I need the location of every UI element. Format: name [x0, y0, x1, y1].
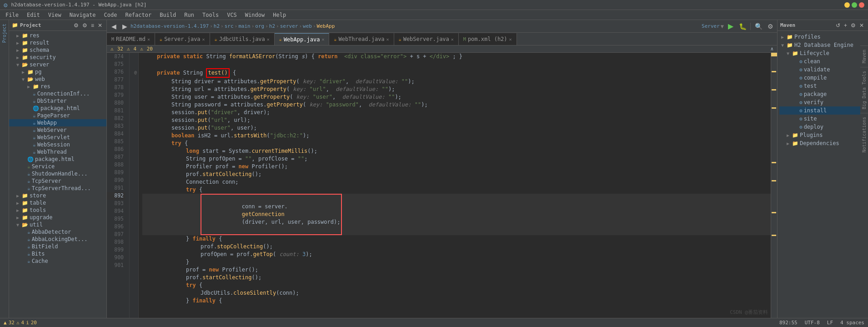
- tab-close[interactable]: ✕: [321, 37, 324, 42]
- tree-item-bits[interactable]: ☕ Bits: [9, 250, 106, 257]
- breadcrumb-src[interactable]: src: [225, 23, 234, 29]
- menu-run[interactable]: Run: [181, 11, 198, 19]
- menu-view[interactable]: View: [45, 11, 65, 19]
- tree-item-package-html[interactable]: 🌐 package.html: [9, 105, 106, 112]
- maven-compile[interactable]: ⚙ compile: [779, 74, 866, 82]
- menu-code[interactable]: Code: [100, 11, 121, 19]
- maven-lifecycle-item[interactable]: ▼ 📁 Lifecycle: [779, 49, 866, 57]
- forward-button[interactable]: ▶: [120, 21, 130, 31]
- tree-item-webservlet[interactable]: ☕ WebServlet: [9, 134, 106, 141]
- menu-navigate[interactable]: Navigate: [66, 11, 100, 19]
- debug-button[interactable]: 🐛: [738, 21, 748, 31]
- tree-item-dbstarter[interactable]: ☕ DbStarter: [9, 97, 106, 105]
- vtab-notifications[interactable]: Notifications: [860, 113, 868, 156]
- maven-install[interactable]: ⚙ install: [779, 106, 866, 115]
- tree-item-schema[interactable]: ▶ 📁 schema: [9, 46, 106, 54]
- maven-test[interactable]: ⚙ test: [779, 82, 866, 90]
- tree-item-tcpserver[interactable]: ☕ TcpServer: [9, 177, 106, 185]
- panel-sync-btn[interactable]: ⚙: [72, 22, 80, 29]
- tree-item-webserver[interactable]: ☕ WebServer: [9, 126, 106, 134]
- maven-dependencies-item[interactable]: ▶ 📁 Dependencies: [779, 139, 866, 147]
- menu-help[interactable]: Help: [269, 11, 290, 19]
- tree-item-abbalockingdet[interactable]: ☕ AbbaLockingDet...: [9, 236, 106, 243]
- tab-close[interactable]: ✕: [267, 37, 270, 42]
- breadcrumb-webapp[interactable]: WebApp: [317, 23, 335, 29]
- title-bar-controls[interactable]: [844, 2, 864, 8]
- close-button[interactable]: [859, 2, 864, 8]
- project-strip-label[interactable]: Project: [2, 22, 7, 45]
- back-button[interactable]: ◀: [109, 21, 119, 31]
- tab-close[interactable]: ✕: [386, 37, 389, 42]
- tree-item-server[interactable]: ▼ 📂 server: [9, 61, 106, 68]
- maven-h2db-item[interactable]: ▼ 📁 H2 Database Engine: [779, 41, 866, 49]
- menu-build[interactable]: Build: [156, 11, 180, 19]
- run-config[interactable]: Server ▼: [702, 23, 724, 30]
- tree-item-tools[interactable]: ▶ 📁 tools: [9, 206, 106, 214]
- run-button[interactable]: ▶: [726, 21, 736, 31]
- panel-settings-btn[interactable]: ⚙: [81, 22, 89, 29]
- maven-validate[interactable]: ⚙ validate: [779, 65, 866, 74]
- maven-profiles-item[interactable]: ▶ 📁 Profiles: [779, 33, 866, 41]
- maven-reload-btn[interactable]: ↺: [834, 22, 842, 29]
- menu-vcs[interactable]: VCS: [223, 11, 241, 19]
- tree-item-connectioninf[interactable]: ☕ ConnectionInf...: [9, 90, 106, 97]
- tree-item-pageparser[interactable]: ☕ PageParser: [9, 112, 106, 119]
- tab-pom-xml[interactable]: M pom.xml (h2) ✕: [459, 33, 517, 45]
- menu-refactor[interactable]: Refactor: [121, 11, 155, 19]
- maven-deploy[interactable]: ⚙ deploy: [779, 123, 866, 131]
- menu-window[interactable]: Window: [241, 11, 268, 19]
- expand-icon[interactable]: ∧: [770, 46, 773, 52]
- tree-item-abbadetector[interactable]: ☕ AbbaDetector: [9, 228, 106, 236]
- vtab-bigdata[interactable]: Big Data Tools: [860, 67, 868, 113]
- maven-add-btn[interactable]: +: [843, 22, 848, 29]
- tree-item-websession[interactable]: ☕ WebSession: [9, 141, 106, 148]
- breadcrumb-org[interactable]: org: [255, 23, 264, 29]
- maven-package[interactable]: ⚙ package: [779, 90, 866, 98]
- tree-item-webapp[interactable]: ☕ WebApp: [9, 119, 106, 126]
- breadcrumb-main[interactable]: main: [238, 23, 251, 29]
- breadcrumb-h2[interactable]: h2: [214, 23, 220, 29]
- tab-webapp[interactable]: ☕ WebApp.java ✕: [275, 33, 330, 45]
- maximize-button[interactable]: [852, 2, 857, 8]
- tree-item-web[interactable]: ▼ 📂 web: [9, 75, 106, 83]
- maven-close-btn[interactable]: ✕: [858, 22, 865, 29]
- tree-item-result[interactable]: ▶ 📁 result: [9, 39, 106, 46]
- search-button[interactable]: 🔍: [753, 21, 763, 31]
- maven-clean[interactable]: ⚙ clean: [779, 57, 866, 65]
- tree-item-tcpserverthread[interactable]: ☕ TcpServerThread...: [9, 185, 106, 192]
- maven-verify[interactable]: ⚙ verify: [779, 98, 866, 106]
- tab-close[interactable]: ✕: [451, 37, 454, 42]
- tree-item-webthread[interactable]: ☕ WebThread: [9, 148, 106, 156]
- menu-edit[interactable]: Edit: [23, 11, 44, 19]
- menu-tools[interactable]: Tools: [199, 11, 222, 19]
- tree-item-pg[interactable]: ▶ 📁 pg: [9, 68, 106, 75]
- menu-file[interactable]: File: [2, 11, 22, 19]
- tree-item-res3[interactable]: ▶ 📁 res: [9, 83, 106, 90]
- code-body[interactable]: private static String formatLASError( St…: [139, 53, 771, 318]
- tree-item-upgrade[interactable]: ▶ 📁 upgrade: [9, 214, 106, 221]
- tree-item-store[interactable]: ▶ 📁 store: [9, 192, 106, 199]
- tab-close[interactable]: ✕: [202, 37, 205, 42]
- tree-item-shutdownhandle[interactable]: ☕ ShutdownHandle...: [9, 170, 106, 177]
- tab-close[interactable]: ✕: [509, 37, 512, 42]
- breadcrumb-h2[interactable]: h2: [269, 23, 275, 29]
- maven-plugins-item[interactable]: ▶ 📁 Plugins: [779, 131, 866, 139]
- minimize-button[interactable]: [844, 2, 850, 8]
- tab-webthread[interactable]: ☕ WebThread.java ✕: [329, 33, 394, 45]
- tree-item-res1[interactable]: ▶ 📁 res: [9, 32, 106, 39]
- tree-item-service[interactable]: ☕ Service: [9, 163, 106, 170]
- maven-settings-btn[interactable]: ⚙: [849, 22, 857, 29]
- tab-jdbcutils[interactable]: ☕ JdbcUtils.java ✕: [210, 33, 275, 45]
- panel-expand-btn[interactable]: ≡: [90, 22, 95, 29]
- vtab-maven[interactable]: Maven: [860, 45, 868, 67]
- panel-close-btn[interactable]: ✕: [96, 22, 104, 29]
- breadcrumb-h2db[interactable]: h2database-version-1.4.197: [130, 23, 209, 29]
- settings-button[interactable]: ⚙: [765, 21, 775, 31]
- tab-readme[interactable]: M README.md ✕: [107, 33, 155, 45]
- breadcrumb-web[interactable]: web: [303, 23, 312, 29]
- tree-item-security[interactable]: ▶ 📁 security: [9, 54, 106, 61]
- tree-item-bitfield[interactable]: ☕ BitField: [9, 243, 106, 250]
- tree-item-cache[interactable]: ☕ Cache: [9, 257, 106, 265]
- tree-item-table[interactable]: ▶ 📁 table: [9, 199, 106, 206]
- tab-server-java[interactable]: ☕ Server.java ✕: [155, 33, 210, 45]
